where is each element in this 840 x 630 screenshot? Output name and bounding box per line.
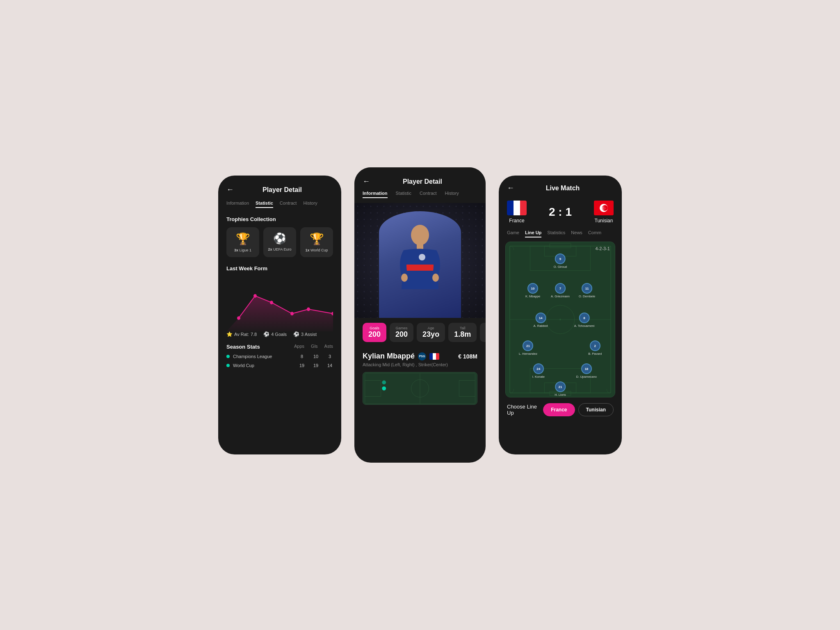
trophies-title: Trophies Collection bbox=[226, 216, 333, 222]
player-name-rabbiot: A. Rabbiot bbox=[534, 324, 548, 328]
tab-information-s1[interactable]: Information bbox=[226, 201, 249, 208]
screen2-title: Player Detail bbox=[375, 178, 470, 185]
svg-point-29 bbox=[559, 319, 561, 320]
tab-news[interactable]: News bbox=[571, 230, 582, 237]
player-circle-giroud: 9 bbox=[555, 253, 566, 264]
tab-history-s1[interactable]: History bbox=[303, 201, 317, 208]
av-rat-stat: ⭐ Av Rat: 7.8 bbox=[226, 331, 257, 337]
svg-text:☪: ☪ bbox=[602, 206, 606, 210]
screen3-header: ← Live Match bbox=[499, 176, 622, 197]
svg-point-5 bbox=[307, 308, 310, 311]
av-rat-value: 7.8 bbox=[251, 332, 257, 337]
team2-name: Tunisian bbox=[595, 218, 613, 224]
back-button-s1[interactable]: ← bbox=[226, 185, 234, 194]
player-name-pavard: B. Pavard bbox=[588, 352, 602, 356]
mini-pitch bbox=[363, 372, 477, 405]
dot-worldcup bbox=[226, 364, 230, 367]
player-name-upamecano: D. Upamecano bbox=[576, 375, 597, 379]
match-score-section: France 2 : 1 ☪ Tunisian bbox=[499, 197, 622, 230]
worldcup-label: World Cup bbox=[226, 363, 254, 368]
player-pavard: 2 B. Pavard bbox=[588, 340, 602, 356]
svg-rect-10 bbox=[417, 243, 423, 249]
team2-block: ☪ Tunisian bbox=[594, 201, 614, 224]
player-circle-rabbiot: 14 bbox=[535, 313, 546, 323]
trophy-label-3: 1x World Cup bbox=[306, 248, 328, 252]
goals-stat: ⚽ 4 Goals bbox=[263, 331, 287, 337]
form-title: Last Week Form bbox=[226, 265, 333, 272]
season-cols: Apps Gls Asts bbox=[294, 344, 333, 350]
player-body-svg bbox=[395, 224, 445, 306]
tunisia-flag-svg: ☪ bbox=[594, 201, 614, 215]
player-stats-bar: Goals 200 Games 200 Age 23yo Tall 1.8m W… bbox=[354, 318, 486, 347]
season-stats-header: Season Stats Apps Gls Asts bbox=[226, 344, 333, 350]
svg-point-19 bbox=[382, 386, 386, 390]
player-circle-dembele: 11 bbox=[582, 283, 592, 294]
assist-stat: ⚽ 3 Assist bbox=[293, 331, 317, 337]
player-figure bbox=[379, 211, 461, 318]
player-image-area bbox=[354, 203, 486, 318]
soccer-icon-1: ⚽ bbox=[263, 331, 269, 337]
assist-label: 3 Assist bbox=[301, 332, 317, 337]
team1-name: France bbox=[509, 218, 524, 224]
france-white bbox=[514, 201, 520, 215]
trophy-euro: ⚽ 2x UEFA Euro bbox=[263, 227, 296, 257]
tab-commentary[interactable]: Comm bbox=[588, 230, 601, 237]
psg-badge: PSG bbox=[418, 352, 426, 361]
svg-point-12 bbox=[432, 274, 439, 282]
chart-svg bbox=[226, 278, 333, 331]
tab-statistics[interactable]: Statistics bbox=[547, 230, 565, 237]
tab-information-s2[interactable]: Information bbox=[363, 191, 388, 198]
player-circle-griezmann: 7 bbox=[555, 283, 566, 294]
player-circle-pavard: 2 bbox=[590, 340, 600, 351]
pitch-lines-svg bbox=[363, 372, 477, 404]
flag-white bbox=[433, 353, 436, 360]
player-name-mbappe: K. Mbappe bbox=[525, 294, 540, 298]
player-name-hernandez: L. Hernandez bbox=[519, 352, 537, 356]
player-name-griezmann: A. Griezmann bbox=[551, 294, 570, 298]
goals-pill-value: 200 bbox=[368, 330, 381, 339]
tunisian-lineup-btn[interactable]: Tunisian bbox=[578, 403, 614, 416]
games-value: 200 bbox=[395, 330, 408, 339]
worldcup-values: 19 19 14 bbox=[299, 363, 333, 368]
player-upamecano: 18 D. Upamecano bbox=[576, 363, 597, 379]
player-circle-lloris: 21 bbox=[555, 381, 566, 392]
age-value: 23yo bbox=[422, 330, 439, 339]
france-lineup-btn[interactable]: France bbox=[543, 403, 575, 416]
tab-contract-s2[interactable]: Contract bbox=[420, 191, 437, 198]
trophy-label-2: 2x UEFA Euro bbox=[268, 247, 291, 251]
france-red bbox=[520, 201, 527, 215]
svg-point-9 bbox=[411, 225, 429, 245]
tab-history-s2[interactable]: History bbox=[445, 191, 459, 198]
tab-statistic-s2[interactable]: Statistic bbox=[396, 191, 412, 198]
back-button-s3[interactable]: ← bbox=[507, 184, 514, 192]
flag-red bbox=[436, 353, 439, 360]
svg-rect-17 bbox=[365, 381, 381, 397]
back-button-s2[interactable]: ← bbox=[363, 177, 370, 186]
team1-block: France bbox=[507, 201, 527, 224]
player-tchouameni: 8 A. Tchouameni bbox=[574, 313, 594, 328]
tab-statistic-s1[interactable]: Statistic bbox=[256, 201, 273, 208]
player-hernandez: 21 L. Hernandez bbox=[519, 340, 537, 356]
trophy-label-1: 3x Ligue 1 bbox=[234, 248, 251, 252]
season-stats-title: Season Stats bbox=[226, 344, 260, 350]
col-asts: Asts bbox=[324, 344, 333, 350]
height-stat: Tall 1.8m bbox=[448, 323, 477, 342]
season-row-worldcup: World Cup 19 19 14 bbox=[226, 363, 333, 368]
screen1-header: ← Player Detail bbox=[226, 185, 333, 194]
screen2-card: ← Player Detail Information Statistic Co… bbox=[354, 167, 486, 463]
choose-lineup-section: Choose Line Up France Tunisian bbox=[499, 397, 622, 422]
tab-game[interactable]: Game bbox=[507, 230, 519, 237]
player-name-row: Kylian Mbappé PSG € 108M bbox=[363, 352, 477, 361]
player-circle-mbappe: 10 bbox=[527, 283, 538, 294]
col-apps: Apps bbox=[294, 344, 304, 350]
player-info-section: Kylian Mbappé PSG € 108M Attacking Mid (… bbox=[354, 347, 486, 410]
pitch-area: 4-2-3-1 9 O. Giroud 10 K. Mbappe 7 A. Gr… bbox=[505, 242, 615, 397]
tab-contract-s1[interactable]: Contract bbox=[280, 201, 297, 208]
goals-pill-label: Goals bbox=[370, 326, 379, 330]
svg-point-1 bbox=[237, 316, 240, 320]
france-blue bbox=[507, 201, 514, 215]
player-konate: 24 I. Konate bbox=[532, 363, 545, 379]
player-griezmann: 7 A. Griezmann bbox=[551, 283, 570, 298]
tab-lineup[interactable]: Line Up bbox=[525, 230, 541, 237]
svg-point-11 bbox=[401, 274, 408, 282]
